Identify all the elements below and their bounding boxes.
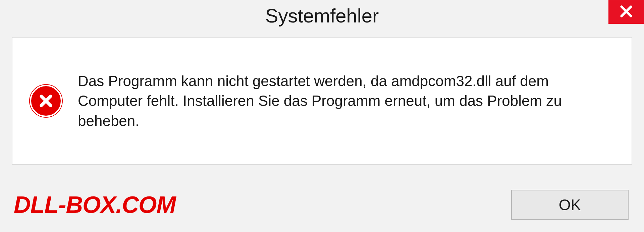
error-icon bbox=[29, 84, 63, 118]
dialog-footer: DLL-BOX.COM OK bbox=[0, 190, 644, 220]
ok-button[interactable]: OK bbox=[511, 190, 629, 220]
error-icon-container bbox=[29, 84, 63, 118]
content-panel: Das Programm kann nicht gestartet werden… bbox=[12, 37, 632, 165]
watermark-text: DLL-BOX.COM bbox=[14, 191, 176, 218]
error-message: Das Programm kann nicht gestartet werden… bbox=[78, 71, 615, 131]
dialog-title: Systemfehler bbox=[265, 4, 379, 27]
close-icon bbox=[619, 4, 633, 20]
close-button[interactable] bbox=[608, 0, 644, 24]
title-bar: Systemfehler bbox=[0, 0, 644, 31]
error-dialog: Systemfehler Das Programm kann nicht ges… bbox=[0, 0, 644, 232]
